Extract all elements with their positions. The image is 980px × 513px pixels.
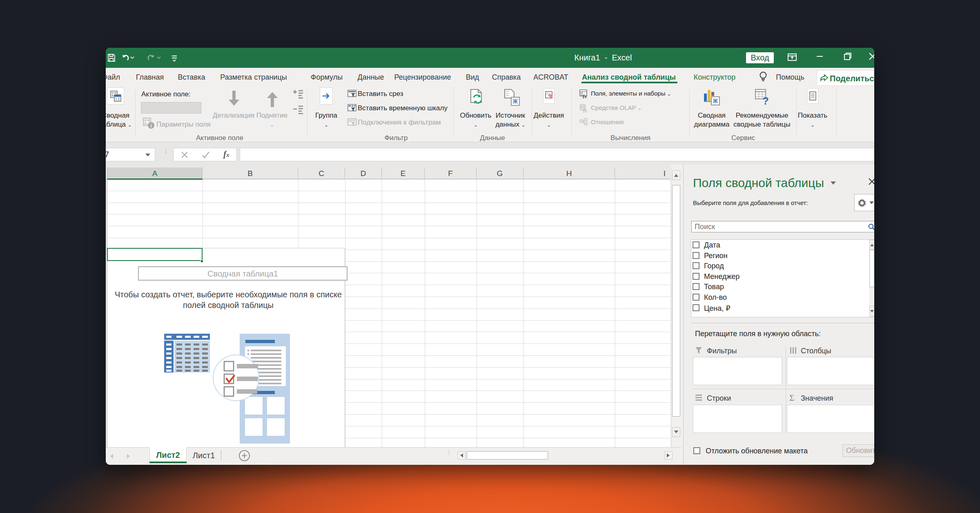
svg-text:?: ? [762,95,769,106]
svg-text:i: i [150,123,152,129]
svg-text:fx: fx [583,94,587,98]
svg-text:fx: fx [583,108,587,113]
